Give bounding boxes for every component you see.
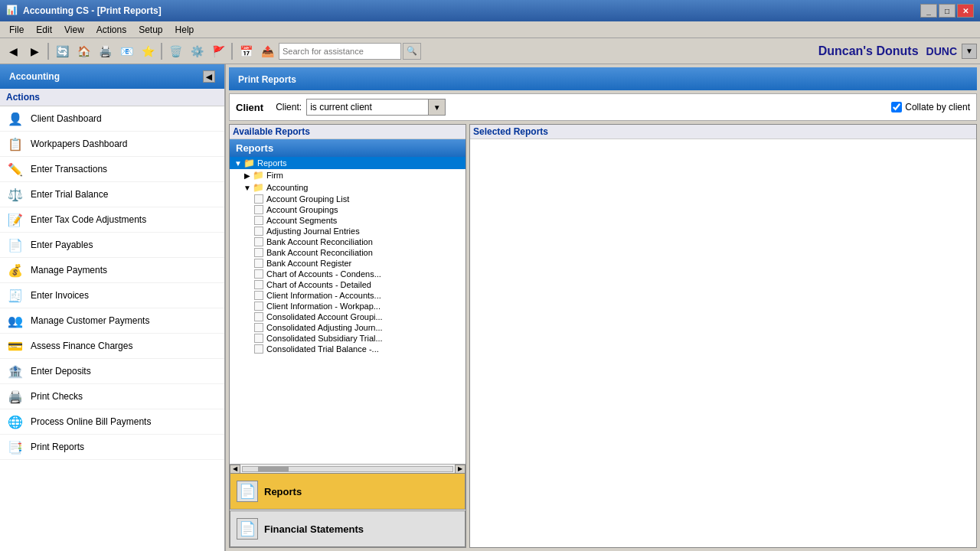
financial-statements-label: Financial Statements [264,523,364,535]
content-area: Print Reports Client Client: ▼ Collate b… [226,64,980,551]
tree-item-bank-reconciliation2[interactable]: Bank Account Reconciliation [230,247,466,258]
sidebar-item-enter-payables[interactable]: 📄 Enter Payables [0,233,224,258]
sidebar-item-label: Enter Deposits [31,366,91,377]
sidebar-item-print-checks[interactable]: 🖨️ Print Checks [0,384,224,409]
flag-button[interactable]: 🚩 [208,41,228,61]
tree-item-consolidated-subsidiary[interactable]: Consolidated Subsidiary Trial... [230,333,466,344]
tree-item-consolidated-trial[interactable]: Consolidated Trial Balance -... [230,344,466,354]
back-button[interactable]: ◀ [3,41,23,61]
available-reports-label: Available Reports [230,125,466,139]
search-button[interactable]: 🔍 [403,43,421,60]
sidebar-item-enter-transactions[interactable]: ✏️ Enter Transactions [0,157,224,182]
collate-checkbox[interactable] [891,102,902,112]
menu-file[interactable]: File [3,23,30,37]
sidebar-item-assess-finance[interactable]: 💳 Assess Finance Charges [0,334,224,359]
sidebar-item-manage-payments[interactable]: 💰 Manage Payments [0,258,224,283]
maximize-button[interactable]: □ [939,4,956,18]
delete-button[interactable]: 🗑️ [165,41,185,61]
home-button[interactable]: 🏠 [74,41,93,61]
leaf-icon [254,312,263,321]
sidebar-item-enter-invoices[interactable]: 🧾 Enter Invoices [0,283,224,308]
minimize-button[interactable]: _ [920,4,937,18]
tree-item-bank-register[interactable]: Bank Account Register [230,258,466,269]
sidebar-item-client-dashboard[interactable]: 👤 Client Dashboard [0,106,224,132]
calendar-button[interactable]: 📅 [236,41,256,61]
forward-button[interactable]: ▶ [24,41,44,61]
tree-item-firm[interactable]: ▶ 📁 Firm [230,169,466,181]
menu-view[interactable]: View [58,23,90,37]
sidebar-item-manage-customer[interactable]: 👥 Manage Customer Payments [0,308,224,334]
print-reports-icon: 📑 [6,438,24,456]
settings-button[interactable]: ⚙️ [187,41,207,61]
toolbar: ◀ ▶ 🔄 🏠 🖨️ 📧 ⭐ 🗑️ ⚙️ 🚩 📅 📤 🔍 Duncan's Do… [0,38,980,64]
content-title: Print Reports [238,74,296,85]
tree-item-reports-root[interactable]: ▼ 📁 Reports [230,157,466,169]
tree-label: Reports [257,158,287,168]
tree-item-account-segments[interactable]: Account Segments [230,215,466,226]
collapse-icon[interactable]: ▼ [233,159,243,168]
tree-item-account-groupings[interactable]: Account Groupings [230,204,466,215]
sidebar-item-label: Client Dashboard [31,113,102,124]
leaf-icon [254,302,263,311]
bottom-panels: 📄 Reports 📄 Financial Statements [230,473,466,547]
tree-item-account-grouping-list[interactable]: Account Grouping List [230,194,466,204]
reports-bottom-panel[interactable]: 📄 Reports [230,473,466,510]
client-value-input[interactable] [306,99,429,116]
sidebar-item-label: Assess Finance Charges [31,341,132,351]
selected-reports-panel: Selected Reports [469,124,977,548]
actions-label: Actions [0,89,224,106]
tree-item-client-info-workpap[interactable]: Client Information - Workpap... [230,301,466,311]
menu-setup[interactable]: Setup [132,23,168,37]
tree-label: Consolidated Account Groupi... [266,312,383,321]
email-button[interactable]: 📧 [116,41,136,61]
menu-edit[interactable]: Edit [30,23,58,37]
menu-actions[interactable]: Actions [90,23,132,37]
sidebar-item-enter-deposits[interactable]: 🏦 Enter Deposits [0,359,224,384]
scroll-left-button[interactable]: ◀ [230,465,240,474]
collapse-icon[interactable]: ▶ [242,171,253,180]
sidebar-item-workpapers-dashboard[interactable]: 📋 Workpapers Dashboard [0,132,224,157]
print-button[interactable]: 🖨️ [95,41,115,61]
horizontal-scrollbar[interactable]: ◀ ▶ [230,464,466,473]
client-select-dropdown[interactable]: ▼ [429,99,446,116]
toolbar-sep-3 [231,43,233,60]
tree-item-consolidated-adjusting[interactable]: Consolidated Adjusting Journ... [230,322,466,333]
scroll-thumb[interactable] [258,467,289,471]
refresh-button[interactable]: 🔄 [52,41,72,61]
tree-item-consolidated-groupi[interactable]: Consolidated Account Groupi... [230,311,466,322]
scroll-right-button[interactable]: ▶ [455,465,466,474]
tree-item-accounting[interactable]: ▼ 📁 Accounting [230,181,466,194]
financial-statements-bottom-panel[interactable]: 📄 Financial Statements [230,510,466,547]
client-dropdown-button[interactable]: ▼ [962,44,977,59]
title-bar: 📊 Accounting CS - [Print Reports] _ □ ✕ [0,0,980,21]
search-input[interactable] [279,43,401,60]
tree-label: Account Groupings [266,205,338,214]
tree-item-chart-detailed[interactable]: Chart of Accounts - Detailed [230,279,466,290]
sidebar-item-enter-tax-code[interactable]: 📝 Enter Tax Code Adjustments [0,207,224,233]
tree-item-adjusting-journal[interactable]: Adjusting Journal Entries [230,226,466,236]
sidebar-item-print-reports[interactable]: 📑 Print Reports [0,435,224,460]
leaf-icon [254,248,263,257]
tree-body[interactable]: ▼ 📁 Reports ▶ 📁 Firm ▼ [230,157,466,464]
scroll-track[interactable] [242,466,453,472]
invoices-icon: 🧾 [6,286,24,305]
financial-statements-icon: 📄 [237,518,258,540]
leaf-icon [254,280,263,289]
sidebar-item-process-online[interactable]: 🌐 Process Online Bill Payments [0,409,224,435]
leaf-icon [254,323,263,332]
close-button[interactable]: ✕ [957,4,974,18]
leaf-icon [254,237,263,246]
sidebar-item-enter-trial-balance[interactable]: ⚖️ Enter Trial Balance [0,182,224,207]
tree-item-chart-condensed[interactable]: Chart of Accounts - Condens... [230,269,466,279]
export-button[interactable]: 📤 [257,41,277,61]
tax-code-icon: 📝 [6,210,24,229]
menu-help[interactable]: Help [169,23,201,37]
tree-item-client-info-accounts[interactable]: Client Information - Accounts... [230,290,466,301]
sidebar-collapse-button[interactable]: ◀ [203,70,215,83]
favorites-button[interactable]: ⭐ [138,41,158,61]
tree-item-bank-reconciliation1[interactable]: Bank Account Reconciliation [230,236,466,247]
payables-icon: 📄 [6,236,24,254]
selected-reports-body [470,139,976,547]
leaf-icon [254,227,263,236]
expand-icon[interactable]: ▼ [242,184,253,192]
